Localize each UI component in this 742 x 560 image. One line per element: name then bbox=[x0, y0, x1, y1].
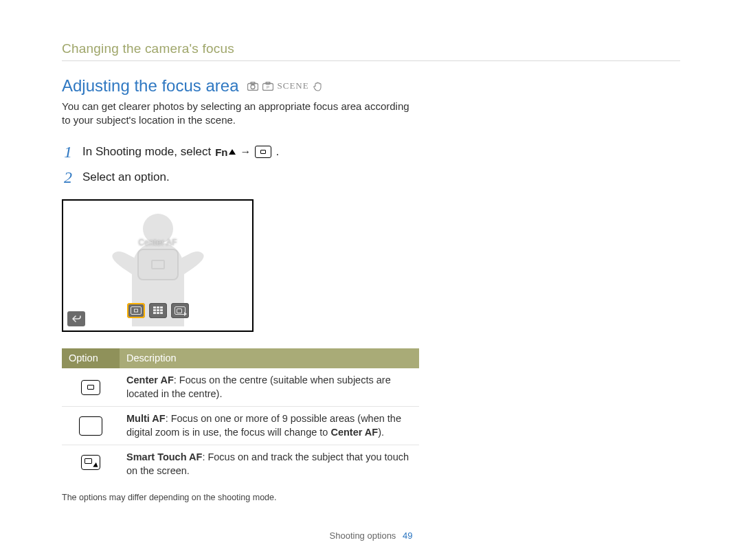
page-number: 49 bbox=[403, 530, 412, 541]
smart-touch-af-icon bbox=[81, 455, 100, 470]
selected-option-preview: Center AF bbox=[137, 238, 179, 280]
scene-mode-label: SCENE bbox=[278, 80, 309, 91]
camera-p-icon: P bbox=[262, 82, 273, 91]
center-af-large-icon bbox=[137, 249, 179, 280]
table-header-description: Description bbox=[120, 348, 419, 369]
option-desc-bold: Center AF bbox=[330, 427, 378, 438]
hand-icon bbox=[313, 81, 323, 91]
breadcrumb: Changing the camera's focus bbox=[62, 41, 680, 56]
step-text-fragment: In Shooting mode, select bbox=[82, 145, 211, 159]
option-description-cell: Smart Touch AF: Focus on and track the s… bbox=[120, 445, 419, 484]
step-text: Select an option. bbox=[82, 170, 170, 184]
fn-up-icon: Fn bbox=[215, 146, 236, 158]
center-af-icon bbox=[81, 380, 100, 395]
manual-page: Changing the camera's focus Adjusting th… bbox=[0, 0, 742, 560]
option-name: Center AF bbox=[126, 374, 174, 385]
table-row: Multi AF: Focus on one or more of 9 poss… bbox=[62, 407, 419, 445]
footer-section: Shooting options bbox=[330, 530, 396, 541]
step-text: In Shooting mode, select Fn → . bbox=[82, 145, 279, 159]
option-icon-cell bbox=[62, 445, 120, 484]
step-text-fragment: . bbox=[276, 145, 279, 159]
selected-option-label: Center AF bbox=[137, 238, 179, 247]
step-number: 2 bbox=[62, 168, 74, 187]
step-list: 1 In Shooting mode, select Fn → . 2 Sele… bbox=[62, 143, 419, 187]
option-desc: ). bbox=[378, 427, 384, 438]
focus-area-icon bbox=[255, 146, 271, 158]
content-column: Adjusting the focus area P SCENE You can… bbox=[62, 76, 419, 502]
options-table: Option Description Center AF: Focus on t… bbox=[62, 348, 419, 484]
option-description-cell: Multi AF: Focus on one or more of 9 poss… bbox=[120, 407, 419, 445]
footnote: The options may differ depending on the … bbox=[62, 493, 419, 502]
arrow-icon: → bbox=[240, 146, 251, 158]
step-number: 1 bbox=[62, 143, 74, 161]
option-name: Multi AF bbox=[126, 413, 166, 424]
option-icon-cell bbox=[62, 407, 120, 445]
multi-af-icon bbox=[79, 416, 102, 436]
option-name: Smart Touch AF bbox=[126, 451, 202, 462]
svg-text:P: P bbox=[266, 85, 269, 89]
option-smart-touch-af[interactable] bbox=[171, 303, 189, 318]
page-title: Adjusting the focus area bbox=[62, 76, 239, 96]
page-footer: Shooting options 49 bbox=[0, 530, 742, 541]
fn-label: Fn bbox=[215, 146, 227, 158]
option-icon-cell bbox=[62, 368, 120, 407]
focus-option-row bbox=[127, 303, 189, 318]
option-description-cell: Center AF: Focus on the centre (suitable… bbox=[120, 368, 419, 407]
divider bbox=[62, 60, 680, 61]
option-center-af[interactable] bbox=[127, 303, 145, 318]
camera-screen-illustration: Center AF bbox=[62, 199, 254, 332]
mode-icons: P SCENE bbox=[247, 80, 323, 91]
back-button[interactable] bbox=[67, 311, 85, 326]
table-row: Center AF: Focus on the centre (suitable… bbox=[62, 368, 419, 407]
option-multi-af[interactable] bbox=[149, 303, 167, 318]
intro-text: You can get clearer photos by selecting … bbox=[62, 100, 419, 128]
heading-row: Adjusting the focus area P SCENE bbox=[62, 76, 419, 96]
step-2: 2 Select an option. bbox=[62, 168, 419, 187]
table-row: Smart Touch AF: Focus on and track the s… bbox=[62, 445, 419, 484]
camera-auto-icon bbox=[247, 82, 258, 91]
table-header-option: Option bbox=[62, 348, 120, 369]
svg-point-2 bbox=[251, 85, 255, 89]
step-1: 1 In Shooting mode, select Fn → . bbox=[62, 143, 419, 161]
